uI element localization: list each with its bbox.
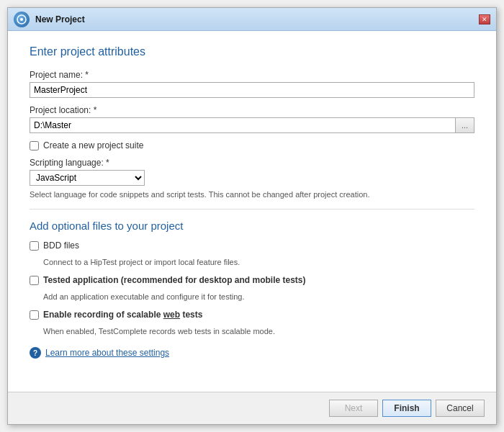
scalable-web-label: Enable recording of scalable web tests: [43, 310, 202, 320]
project-location-row: ...: [30, 117, 474, 133]
bdd-checkbox[interactable]: [30, 241, 39, 251]
cancel-button[interactable]: Cancel: [436, 400, 485, 417]
learn-more-area: ? Learn more about these settings: [30, 347, 474, 359]
tested-app-label: Tested application (recommended for desk…: [43, 275, 306, 285]
optional-item-tested-app: Tested application (recommended for desk…: [30, 275, 474, 301]
project-name-label: Project name: *: [30, 70, 474, 80]
project-name-group: Project name: *: [30, 70, 474, 98]
scripting-language-group: Scripting language: * JavaScript VBScrip…: [30, 158, 474, 186]
scripting-hint: Select language for code snippets and sc…: [30, 190, 474, 199]
window-icon: [14, 12, 30, 27]
bdd-checkbox-row: BDD files: [30, 240, 474, 251]
scripting-language-label: Scripting language: *: [30, 158, 474, 168]
finish-button[interactable]: Finish: [382, 400, 431, 417]
bdd-desc: Connect to a HipTest project or import l…: [43, 258, 474, 266]
tested-app-checkbox[interactable]: [30, 276, 39, 285]
svg-point-1: [20, 18, 23, 21]
scalable-web-checkbox[interactable]: [30, 310, 39, 320]
section-divider: [30, 209, 474, 210]
section-title-attributes: Enter project attributes: [30, 45, 474, 58]
close-button[interactable]: ✕: [479, 14, 490, 24]
window-controls: ✕: [479, 14, 490, 24]
window-title: New Project: [35, 14, 479, 24]
dialog-footer: Next Finish Cancel: [8, 392, 496, 424]
scalable-web-desc: When enabled, TestComplete records web t…: [43, 327, 474, 336]
tested-app-checkbox-row: Tested application (recommended for desk…: [30, 275, 474, 285]
help-icon: ?: [30, 347, 41, 359]
main-content: Enter project attributes Project name: *…: [8, 31, 496, 392]
scripting-language-select[interactable]: JavaScript VBScript JScript Python Delph…: [30, 170, 145, 186]
next-button[interactable]: Next: [329, 400, 378, 417]
tested-app-desc: Add an application executable and config…: [43, 292, 474, 301]
scalable-web-checkbox-row: Enable recording of scalable web tests: [30, 310, 474, 320]
dialog-window: New Project ✕ Enter project attributes P…: [7, 7, 497, 425]
optional-item-bdd: BDD files Connect to a HipTest project o…: [30, 240, 474, 266]
project-location-label: Project location: *: [30, 105, 474, 115]
project-location-group: Project location: * ...: [30, 105, 474, 133]
section-title-optional: Add optional files to your project: [30, 220, 474, 232]
create-suite-checkbox[interactable]: [30, 141, 39, 150]
optional-item-scalable-web: Enable recording of scalable web tests W…: [30, 310, 474, 336]
project-name-input[interactable]: [30, 82, 474, 98]
bdd-label: BDD files: [43, 240, 79, 251]
project-location-input[interactable]: [30, 117, 456, 133]
create-suite-label: Create a new project suite: [43, 140, 143, 150]
title-bar: New Project ✕: [8, 8, 496, 31]
learn-more-link[interactable]: Learn more about these settings: [45, 348, 169, 358]
create-suite-row: Create a new project suite: [30, 140, 474, 150]
browse-button[interactable]: ...: [456, 117, 474, 133]
